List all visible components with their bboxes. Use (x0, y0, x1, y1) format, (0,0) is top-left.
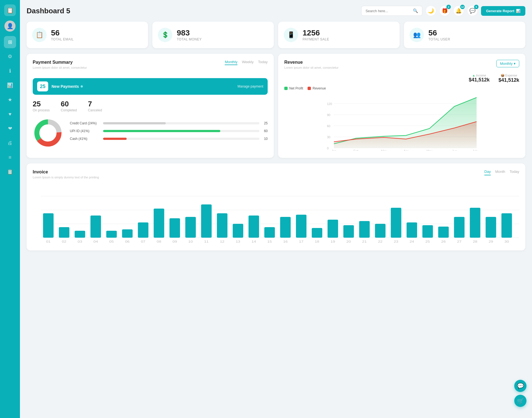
on-process-number: 25 (33, 100, 50, 108)
sidebar-item-print[interactable]: 🖨 (4, 137, 16, 149)
svg-text:11: 11 (204, 240, 209, 243)
revenue-chart-container: 0 30 60 90 120 (284, 93, 519, 152)
svg-text:29: 29 (488, 240, 493, 243)
canceled-label: Canceled (88, 108, 102, 112)
gift-button[interactable]: 🎁 2 (439, 6, 450, 16)
canceled-number: 7 (88, 100, 102, 108)
svg-rect-49 (422, 225, 433, 238)
sidebar-item-info[interactable]: ℹ (4, 65, 16, 77)
total-email-label: TOTAL EMAIL (51, 37, 74, 41)
bar-row-cash: Cash (41%) 10 (70, 137, 268, 141)
search-input[interactable] (365, 9, 411, 13)
sidebar-item-heart[interactable]: ♥ (4, 108, 16, 120)
svg-text:07: 07 (141, 240, 145, 243)
tab-weekly[interactable]: Weekly (242, 60, 254, 65)
stats-row: 📋 56 TOTAL EMAIL 💲 983 TOTAL MONEY 📱 125… (27, 22, 525, 48)
svg-text:Jun: Jun (452, 149, 457, 151)
total-money-number: 983 (177, 29, 202, 37)
svg-text:13: 13 (236, 240, 240, 243)
payment-sale-number: 1256 (303, 29, 329, 37)
invoice-tab-day[interactable]: Day (484, 170, 491, 175)
cart-fab[interactable]: 🛒 (514, 395, 526, 407)
avatar: 👤 (4, 20, 16, 32)
tab-monthly[interactable]: Monthly (225, 60, 237, 65)
bar-fill-upi (103, 130, 220, 132)
donut-chart (33, 118, 63, 148)
main-content: Dashboard 5 🔍 🌙 🎁 2 🔔 12 💬 5 Generate Re… (20, 0, 532, 418)
theme-toggle-button[interactable]: 🌙 (426, 6, 436, 16)
svg-text:27: 27 (457, 240, 461, 243)
bar-track-cash (103, 138, 259, 140)
expense-label: 📦 Expense (498, 74, 519, 77)
svg-rect-35 (201, 204, 212, 238)
sidebar-item-analytics[interactable]: 📊 (4, 79, 16, 91)
total-user-number: 56 (428, 29, 450, 37)
income-label: ▲ Income (469, 74, 490, 77)
svg-text:15: 15 (267, 240, 272, 243)
svg-text:Apr: Apr (403, 149, 408, 151)
expense-value: $41,512k (498, 77, 519, 83)
invoice-panel: Invoice Lorem Ipsum is simply dummy text… (27, 163, 525, 250)
sidebar-item-settings[interactable]: ⚙ (4, 50, 16, 63)
chat-badge: 5 (474, 5, 479, 9)
total-money-label: TOTAL MONEY (177, 37, 202, 41)
header: Dashboard 5 🔍 🌙 🎁 2 🔔 12 💬 5 Generate Re… (27, 6, 525, 16)
on-process-label: On process (33, 108, 50, 112)
svg-text:25: 25 (425, 240, 430, 243)
generate-report-button[interactable]: Generate Report 📊 (481, 6, 525, 16)
revenue-header: Revenue Lorem ipsum dolor sit amet, cons… (284, 60, 519, 74)
sidebar-item-heart2[interactable]: ❤ (4, 122, 16, 135)
svg-text:90: 90 (327, 113, 330, 117)
support-fab[interactable]: 💬 (514, 380, 526, 392)
svg-rect-47 (391, 208, 401, 238)
money-icon: 💲 (158, 28, 172, 42)
invoice-bar-chart: 0 20 40 60 01 02 03 04 05 06 07 08 09 10… (41, 188, 519, 243)
sidebar-item-star[interactable]: ★ (4, 94, 16, 106)
svg-rect-44 (343, 225, 354, 238)
search-box[interactable]: 🔍 (361, 6, 422, 16)
bar-row-upi: UPI ID (41%) 60 (70, 129, 268, 133)
sidebar-item-list[interactable]: ≡ (4, 151, 16, 163)
total-user-label: TOTAL USER (428, 37, 450, 41)
total-email-number: 56 (51, 29, 74, 37)
manage-payment-link[interactable]: Manage payment (237, 84, 263, 88)
payment-summary-subtitle: Lorem ipsum dolor sit amet, consectetur (33, 66, 87, 69)
invoice-tab-month[interactable]: Month (495, 170, 505, 175)
svg-rect-46 (375, 224, 385, 238)
svg-rect-30 (122, 229, 133, 238)
bell-button[interactable]: 🔔 12 (453, 6, 464, 16)
bar-fill-credit (103, 122, 166, 124)
sidebar-item-dashboard[interactable]: ⊞ (4, 36, 16, 48)
svg-text:10: 10 (188, 240, 193, 243)
revenue-subtitle: Lorem ipsum dolor sit amet, consectetur (284, 66, 339, 69)
svg-text:May: May (427, 149, 433, 151)
stat-card-payment: 📱 1256 PAYMENT SALE (278, 22, 400, 48)
svg-rect-39 (264, 227, 275, 238)
bar-row-credit: Credit Card (24%) 25 (70, 121, 268, 125)
svg-text:120: 120 (327, 102, 332, 106)
new-payments-row: 25 New Payments Manage payment (33, 78, 268, 95)
bar-label-cash: Cash (41%) (70, 137, 100, 141)
payment-icon: 📱 (284, 28, 298, 42)
chat-button[interactable]: 💬 5 (467, 6, 478, 16)
page-title: Dashboard 5 (27, 7, 70, 15)
svg-text:Mar: Mar (381, 149, 387, 151)
revenue-monthly-select[interactable]: Monthly ▾ (496, 60, 519, 67)
svg-rect-51 (454, 217, 465, 238)
revenue-dot (308, 87, 311, 90)
payment-sale-label: PAYMENT SALE (303, 37, 329, 41)
tab-today[interactable]: Today (258, 60, 268, 65)
invoice-tab-today[interactable]: Today (510, 170, 519, 175)
svg-text:20: 20 (346, 240, 351, 243)
svg-rect-50 (438, 227, 449, 238)
income-item: ▲ Income $41,512k (469, 74, 490, 83)
svg-text:July: July (472, 149, 478, 151)
revenue-title: Revenue (284, 60, 339, 65)
sidebar-item-docs[interactable]: 📋 (4, 166, 16, 178)
chevron-down-icon: ▾ (514, 61, 516, 66)
svg-text:19: 19 (331, 240, 335, 243)
payment-summary-title: Payment Summary (33, 60, 87, 65)
header-right: 🔍 🌙 🎁 2 🔔 12 💬 5 Generate Report 📊 (361, 6, 525, 16)
bar-label-credit: Credit Card (24%) (70, 121, 100, 125)
svg-text:26: 26 (441, 240, 446, 243)
